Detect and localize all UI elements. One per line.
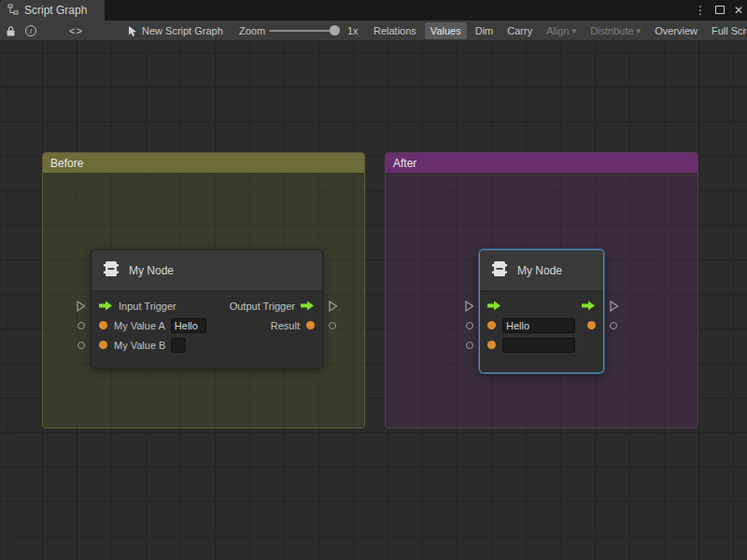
- external-output-connector[interactable]: [609, 301, 619, 312]
- zoom-slider-track[interactable]: [269, 30, 334, 32]
- group-after-title: After: [393, 157, 416, 170]
- window-controls: ⋮ ✕: [695, 0, 743, 21]
- output-trigger-port[interactable]: [301, 301, 315, 311]
- row-value-a: My Value A Result: [92, 315, 322, 335]
- external-value-b-connector[interactable]: [466, 342, 473, 349]
- script-graph-window: Script Graph ⋮ ✕ i <> New Script Graph: [0, 0, 747, 560]
- graph-canvas[interactable]: Before After My No: [0, 41, 747, 560]
- node-before[interactable]: My Node Input Trigger Output Trigger: [91, 249, 323, 369]
- graph-cursor-icon: [127, 21, 138, 41]
- value-a-port[interactable]: [99, 321, 107, 329]
- toolbar-button-carry[interactable]: Carry: [501, 22, 538, 39]
- chevron-down-icon: ▾: [637, 26, 641, 35]
- new-script-graph-button[interactable]: New Script Graph: [142, 21, 223, 41]
- value-b-label: My Value B: [114, 340, 165, 351]
- external-result-connector[interactable]: [329, 322, 336, 329]
- toolbar-button-relations[interactable]: Relations: [368, 22, 422, 39]
- toolbar-button-align[interactable]: Align ▾: [541, 22, 582, 39]
- value-a-label: My Value A: [114, 320, 165, 331]
- tab-label: Script Graph: [24, 4, 87, 17]
- node-title: My Node: [517, 264, 562, 277]
- input-trigger-label: Input Trigger: [119, 301, 176, 312]
- external-input-connector[interactable]: [464, 301, 474, 312]
- row-value-a: [480, 315, 603, 335]
- external-value-b-connector[interactable]: [78, 342, 85, 349]
- node-before-body: Input Trigger Output Trigger My Value A …: [92, 291, 322, 355]
- output-trigger-label: Output Trigger: [230, 301, 295, 312]
- row-trigger: [480, 296, 603, 315]
- value-b-port[interactable]: [99, 341, 107, 349]
- toolbar-button-align-label: Align: [546, 25, 569, 36]
- row-trigger: Input Trigger Output Trigger: [92, 296, 322, 315]
- maximize-icon[interactable]: [715, 0, 725, 21]
- value-a-input[interactable]: [502, 318, 575, 333]
- value-b-input[interactable]: [502, 338, 575, 353]
- tab-script-graph[interactable]: Script Graph: [0, 0, 105, 21]
- node-after[interactable]: My Node: [479, 249, 604, 373]
- chevron-down-icon: ▾: [572, 26, 577, 35]
- info-icon[interactable]: i: [25, 21, 36, 41]
- toolbar-button-distribute[interactable]: Distribute ▾: [585, 22, 646, 39]
- new-script-graph-label: New Script Graph: [142, 25, 223, 36]
- value-b-port[interactable]: [487, 341, 496, 349]
- node-title: My Node: [129, 264, 174, 277]
- node-icon: [101, 259, 121, 282]
- value-a-port[interactable]: [487, 321, 496, 329]
- result-label: Result: [271, 320, 300, 331]
- toolbar-button-overview[interactable]: Overview: [649, 22, 703, 39]
- node-icon: [489, 259, 510, 282]
- menu-icon[interactable]: ⋮: [695, 0, 706, 21]
- input-trigger-port[interactable]: [99, 301, 113, 311]
- node-after-header[interactable]: My Node: [480, 250, 603, 291]
- zoom-label: Zoom: [239, 21, 265, 41]
- toolbar-buttons: Relations Values Dim Carry Align ▾ Distr…: [368, 21, 747, 41]
- input-trigger-port[interactable]: [487, 301, 501, 311]
- external-input-connector[interactable]: [76, 301, 86, 312]
- toolbar-button-dim[interactable]: Dim: [470, 22, 500, 39]
- row-value-b: My Value B: [92, 335, 322, 355]
- toolbar-button-distribute-label: Distribute: [590, 25, 633, 36]
- result-port[interactable]: [306, 321, 315, 329]
- external-output-connector[interactable]: [328, 301, 338, 312]
- group-after-header[interactable]: After: [386, 153, 698, 173]
- row-value-b: [480, 335, 603, 355]
- lock-icon[interactable]: [6, 21, 16, 41]
- group-before-header[interactable]: Before: [43, 153, 364, 173]
- external-value-a-connector[interactable]: [466, 322, 473, 329]
- close-icon[interactable]: ✕: [734, 0, 743, 21]
- value-b-input[interactable]: [171, 338, 186, 353]
- toolbar-button-values[interactable]: Values: [425, 22, 467, 39]
- tab-bar: Script Graph ⋮ ✕: [0, 0, 747, 21]
- zoom-value: 1x: [347, 21, 359, 41]
- node-before-header[interactable]: My Node: [92, 250, 322, 291]
- toolbar: i <> New Script Graph Zoom 1x Relations …: [0, 21, 747, 41]
- value-a-input[interactable]: [171, 318, 206, 333]
- zoom-slider-handle[interactable]: [330, 25, 340, 35]
- group-before-title: Before: [50, 157, 83, 170]
- toolbar-button-fullscreen[interactable]: Full Screen: [706, 22, 747, 39]
- result-port[interactable]: [587, 321, 596, 329]
- code-button[interactable]: <>: [69, 21, 83, 41]
- zoom-slider[interactable]: [269, 21, 338, 41]
- node-after-body: [480, 291, 603, 355]
- external-result-connector[interactable]: [610, 322, 617, 329]
- script-graph-icon: [7, 4, 19, 18]
- output-trigger-port[interactable]: [582, 301, 596, 311]
- external-value-a-connector[interactable]: [78, 322, 85, 329]
